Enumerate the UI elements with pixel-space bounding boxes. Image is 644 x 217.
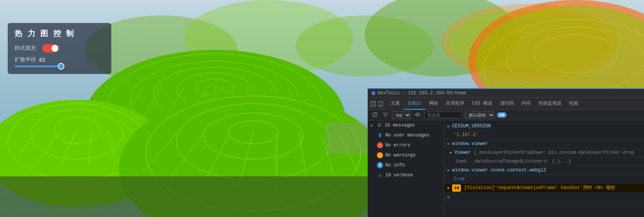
svg-point-60 [417, 114, 418, 115]
tab-sources[interactable]: 源代码 [496, 98, 518, 110]
toggle-knob [51, 45, 58, 52]
all-messages-label: 10 messages [385, 123, 415, 128]
devtools-inspect-icon[interactable] [370, 101, 376, 107]
expand-icon-webgl2[interactable]: ▶ [447, 168, 450, 173]
tab-network[interactable]: 网络 [425, 98, 442, 110]
clear-console-button[interactable] [371, 111, 379, 119]
diffuse-radius-value: 83 [39, 57, 45, 63]
expand-arrow-icon: ▶ [371, 123, 373, 128]
slider-thumb[interactable] [58, 63, 64, 70]
devtools-title: DevTools - 192.168.2.104:89/home [378, 90, 466, 96]
sidebar-item-warnings[interactable]: ⚠ No warnings [368, 150, 444, 160]
console-line-cesium-version[interactable]: ▶ CESIUM_VERSION [444, 122, 644, 131]
violation-badge: 10 [452, 184, 461, 192]
sidebar-item-user-messages[interactable]: 👤 No user messages [368, 130, 444, 140]
svg-rect-55 [379, 102, 383, 106]
tab-elements[interactable]: 元素 [387, 98, 404, 110]
sidebar-item-verbose[interactable]: ⚙ 10 verbose [368, 170, 444, 180]
warning-icon: ⚠ [377, 152, 383, 158]
svg-line-58 [373, 113, 376, 116]
tab-css-overview[interactable]: CSS 概述 [468, 98, 496, 110]
top-context-select[interactable]: top [392, 111, 411, 119]
eye-icon-button[interactable] [413, 111, 422, 119]
diffuse-radius-label: 扩散半径 [15, 56, 36, 63]
style-fill-label: 样式填充 [15, 45, 38, 52]
devtools-toolbar: top 默认级别 40 [368, 110, 644, 120]
sidebar-item-errors[interactable]: ✕ No errors [368, 140, 444, 150]
filter-input[interactable] [424, 112, 462, 118]
sidebar-item-info[interactable]: ℹ No info [368, 160, 444, 170]
expand-icon-viewer-detail[interactable]: ▶ [450, 150, 452, 156]
style-fill-toggle[interactable] [42, 44, 59, 53]
devtools-body: ▶ ☰ 10 messages 👤 No user messages ✕ No … [368, 120, 644, 217]
messages-icon: ☰ [376, 122, 382, 128]
expand-icon-viewer[interactable]: ▶ [447, 141, 450, 147]
message-sidebar: ▶ ☰ 10 messages 👤 No user messages ✕ No … [368, 120, 444, 217]
warnings-label: No warnings [385, 153, 416, 158]
user-messages-label: No user messages [385, 133, 429, 138]
diffuse-radius-row: 扩散半径 83 [15, 56, 104, 63]
console-line-true[interactable]: true [444, 175, 644, 184]
console-line-expand-small[interactable]: ▶ [444, 193, 644, 201]
verbose-icon: ⚙ [377, 172, 383, 178]
style-fill-row: 样式填充 [15, 44, 104, 53]
tab-memory[interactable]: 内存 [518, 98, 535, 110]
default-level-select[interactable]: 默认级别 [465, 111, 495, 119]
filter-button[interactable] [381, 112, 390, 119]
verbose-label: 10 verbose [385, 173, 413, 178]
panel-title: 热 力 图 控 制 [15, 28, 104, 39]
tab-application[interactable]: 应用程序 [442, 98, 468, 110]
message-count-badge: 40 [497, 112, 507, 118]
tab-console[interactable]: 控制台 [404, 98, 425, 110]
devtools-tabs: 元素 控制台 网络 应用程序 CSS 概述 源代码 内存 性能监视器 性能 [368, 98, 644, 110]
user-messages-icon: 👤 [377, 132, 383, 138]
slider-fill [15, 66, 61, 67]
expand-icon-violation[interactable]: ▶ [447, 185, 450, 191]
svg-point-59 [415, 113, 420, 116]
devtools-title-bar: DevTools - 192.168.2.104:89/home [368, 89, 644, 98]
tab-performance-monitor[interactable]: 性能监视器 [535, 98, 565, 110]
console-line-window-viewer[interactable]: ▶ window.viewer [444, 140, 644, 148]
console-line-version-value[interactable]: '1.107.2' [444, 131, 644, 140]
devtools-device-icon[interactable] [378, 101, 384, 107]
sidebar-item-all-messages[interactable]: ▶ ☰ 10 messages [368, 120, 444, 130]
devtools-panel: DevTools - 192.168.2.104:89/home 元素 控制台 … [368, 88, 644, 217]
console-line-violation[interactable]: ▶ 10 [Violation]'requestAnimationFrame' … [444, 184, 644, 193]
diffuse-radius-slider-container [15, 66, 99, 67]
errors-label: No errors [385, 143, 410, 148]
console-line-viewer-detail-1[interactable]: ▶ Viewer {_baseLayerPickerDropDown: div.… [444, 148, 644, 157]
expand-icon-small[interactable]: ▶ [447, 194, 450, 200]
console-line-webgl2[interactable]: ▶ window.viewer.scene.context.webgl2 [444, 166, 644, 175]
error-icon: ✕ [377, 142, 383, 148]
devtools-dot-icon [372, 91, 375, 95]
console-line-viewer-detail-2: ined, _dataSourceChangedListeners: {…}, … [444, 157, 644, 166]
info-icon: ℹ [377, 162, 383, 168]
info-label: No info [385, 163, 405, 168]
heatmap-panel: 热 力 图 控 制 样式填充 扩散半径 83 [8, 23, 111, 74]
expand-icon-cesium[interactable]: ▶ [447, 123, 450, 129]
slider-track[interactable] [15, 66, 99, 67]
console-output[interactable]: ▶ CESIUM_VERSION '1.107.2' ▶ window.view… [444, 120, 644, 217]
tab-performance[interactable]: 性能 [565, 98, 582, 110]
